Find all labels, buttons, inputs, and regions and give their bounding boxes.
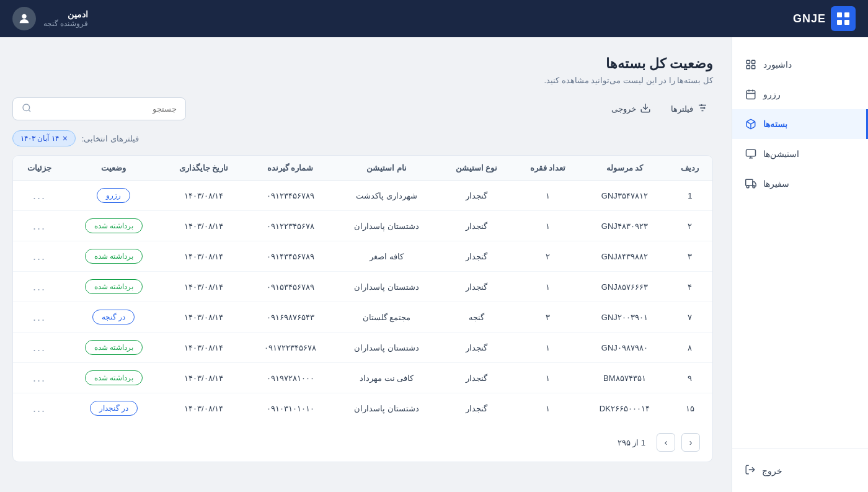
export-button[interactable]: خروجی xyxy=(606,100,656,119)
cell-details[interactable]: ... xyxy=(13,302,66,333)
svg-rect-5 xyxy=(746,60,750,63)
cell-station: کافی نت مهرداد xyxy=(334,363,438,393)
sidebar-item-label: بسته‌ها xyxy=(763,119,787,129)
col-header-count: تعداد فقره xyxy=(514,156,582,181)
status-badge: در گنجه xyxy=(92,310,135,324)
cell-type: گنجدار xyxy=(439,363,514,393)
cell-date: ۱۴۰۳/۰۸/۱۴ xyxy=(161,241,246,272)
search-input[interactable] xyxy=(37,104,177,114)
table-row: ۲ GNJ۴۸۳۰۹۲۳ ۱ گنجدار دشتستان پاسداران ۰… xyxy=(13,211,712,241)
search-icon xyxy=(22,103,32,115)
cell-type: گنجه xyxy=(439,302,514,333)
cell-station: شهرداری پاکدشت xyxy=(334,181,438,211)
prev-page-button[interactable]: ‹ xyxy=(681,433,700,452)
logo-area: GNJE xyxy=(793,6,856,31)
col-header-status: وضعیت xyxy=(66,156,161,181)
next-page-button[interactable]: › xyxy=(657,433,675,452)
package-icon xyxy=(745,118,757,130)
page-header: وضعیت کل بسته‌ها کل بسته‌ها را در این لی… xyxy=(12,56,713,85)
col-header-station: نام استیشن xyxy=(334,156,438,181)
table-row: ۱۵ DK۲۶۶۵۰۰۰۱۴ ۱ گنجدار دشتستان پاسداران… xyxy=(13,393,712,424)
cell-count: ۱ xyxy=(514,272,582,302)
cell-details[interactable]: ... xyxy=(13,181,66,211)
sidebar-item-label: سفیرها xyxy=(763,179,789,189)
details-button[interactable]: ... xyxy=(33,402,46,414)
cell-station: دشتستان پاسداران xyxy=(334,333,438,363)
cell-row: ۱۵ xyxy=(668,393,712,424)
cell-code: DK۲۶۶۵۰۰۰۱۴ xyxy=(582,393,668,424)
sidebar-item-ambassadors[interactable]: سفیرها xyxy=(732,169,868,199)
toolbar: فیلترها خروجی xyxy=(12,97,713,120)
cell-row: ۲ xyxy=(668,211,712,241)
filter-button[interactable]: فیلترها xyxy=(666,100,713,119)
sidebar-item-packages[interactable]: بسته‌ها xyxy=(732,109,868,139)
sidebar-item-reserve[interactable]: رزرو xyxy=(732,79,868,109)
col-header-phone: شماره گیرنده xyxy=(246,156,334,181)
details-button[interactable]: ... xyxy=(33,250,46,262)
page-subtitle: کل بسته‌ها را در این لیست می‌توانید مشاه… xyxy=(12,76,713,85)
svg-point-18 xyxy=(746,186,749,188)
cell-details[interactable]: ... xyxy=(13,393,66,424)
details-button[interactable]: ... xyxy=(33,189,46,202)
cell-row: ۹ xyxy=(668,363,712,393)
active-filter-tag[interactable]: × ۱۴ آبان ۱۴۰۳ xyxy=(12,130,76,146)
cell-row: ۳ xyxy=(668,241,712,272)
details-button[interactable]: ... xyxy=(33,220,46,232)
status-badge: برداشته شده xyxy=(85,249,143,264)
cell-phone: ۰۹۱۶۹۸۷۶۵۴۳ xyxy=(246,302,334,333)
cell-status: رزرو xyxy=(66,181,161,211)
cell-date: ۱۴۰۳/۰۸/۱۴ xyxy=(161,181,246,211)
table-row: ۷ GNJ۲۰۰۳۹۰۱ ۳ گنجه مجتمع گلستان ۰۹۱۶۹۸۷… xyxy=(13,302,712,333)
sidebar-nav: داشبورد رزرو xyxy=(732,37,868,211)
table-row: ۳ GNJ۸۴۳۹۸۸۲ ۲ گنجدار کافه اصغر ۰۹۱۴۳۴۵۶… xyxy=(13,241,712,272)
filter-bar: فیلترهای انتخابی: × ۱۴ آبان ۱۴۰۳ xyxy=(12,130,713,146)
details-button[interactable]: ... xyxy=(33,372,46,384)
details-button[interactable]: ... xyxy=(33,341,46,354)
cell-code: GNJ۲۰۰۳۹۰۱ xyxy=(582,302,668,333)
body-layout: داشبورد رزرو xyxy=(0,37,868,492)
cell-status: برداشته شده xyxy=(66,333,161,363)
logout-button[interactable]: خروج xyxy=(745,459,856,482)
svg-line-28 xyxy=(29,110,30,112)
packages-table: ردیف کد مرسوله تعداد فقره نوع استیشن نام… xyxy=(12,155,713,462)
cell-count: ۱ xyxy=(514,181,582,211)
cell-date: ۱۴۰۳/۰۸/۱۴ xyxy=(161,393,246,424)
truck-icon xyxy=(745,177,757,190)
data-table: ردیف کد مرسوله تعداد فقره نوع استیشن نام… xyxy=(13,156,712,423)
cell-type: گنجدار xyxy=(439,272,514,302)
sidebar-item-dashboard[interactable]: داشبورد xyxy=(732,50,868,79)
main-content: وضعیت کل بسته‌ها کل بسته‌ها را در این لی… xyxy=(0,37,732,492)
sidebar-bottom: خروج xyxy=(732,449,868,492)
filter-icon xyxy=(697,102,708,116)
col-header-date: تاریخ جایگذاری xyxy=(161,156,246,181)
dashboard-icon xyxy=(745,58,757,71)
cell-date: ۱۴۰۳/۰۸/۱۴ xyxy=(161,211,246,241)
status-badge: برداشته شده xyxy=(85,370,143,385)
avatar[interactable] xyxy=(12,7,36,30)
user-role: فروشنده گنجه xyxy=(43,19,88,28)
details-button[interactable]: ... xyxy=(33,311,46,323)
svg-rect-17 xyxy=(746,179,753,186)
cell-details[interactable]: ... xyxy=(13,363,66,393)
filter-tag-close-icon[interactable]: × xyxy=(63,133,68,143)
cell-count: ۱ xyxy=(514,393,582,424)
col-header-details: جزئیات xyxy=(13,156,66,181)
svg-rect-3 xyxy=(844,20,849,25)
cell-details[interactable]: ... xyxy=(13,272,66,302)
cell-row: ۷ xyxy=(668,302,712,333)
cell-count: ۱ xyxy=(514,363,582,393)
sidebar-item-stations[interactable]: استیشن‌ها xyxy=(732,139,868,169)
cell-details[interactable]: ... xyxy=(13,211,66,241)
sidebar-item-label: رزرو xyxy=(763,89,781,99)
table-row: 1 GNJ۳۵۴۷۸۱۲ ۱ گنجدار شهرداری پاکدشت ۰۹۱… xyxy=(13,181,712,211)
cell-details[interactable]: ... xyxy=(13,333,66,363)
cell-phone: ۰۹۱۷۲۲۳۴۵۶۷۸ xyxy=(246,333,334,363)
cell-details[interactable]: ... xyxy=(13,241,66,272)
details-button[interactable]: ... xyxy=(33,280,46,293)
cell-phone: ۰۹۱۹۷۲۸۱۰۰۰ xyxy=(246,363,334,393)
cell-status: برداشته شده xyxy=(66,241,161,272)
logo-text: GNJE xyxy=(793,12,826,25)
status-badge: برداشته شده xyxy=(85,218,143,233)
col-header-row: ردیف xyxy=(668,156,712,181)
page-title: وضعیت کل بسته‌ها xyxy=(12,56,713,72)
